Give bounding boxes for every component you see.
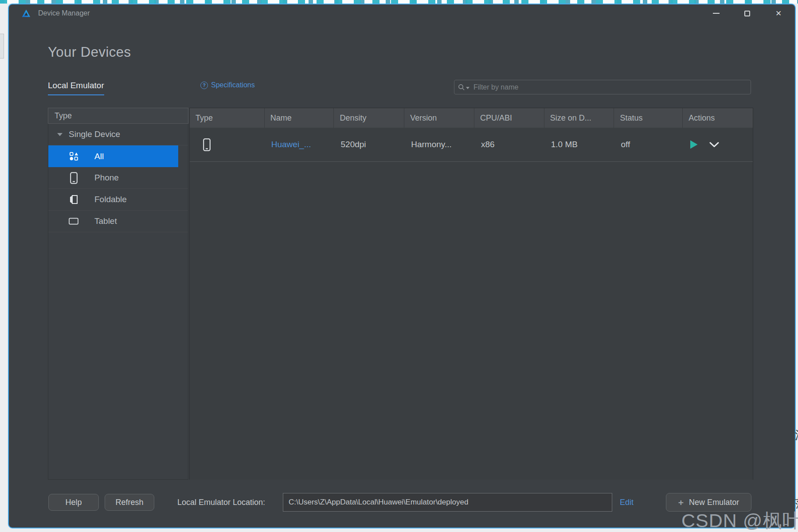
close-button[interactable]: ✕ (771, 7, 786, 20)
column-header-type[interactable]: Type (190, 108, 264, 128)
device-cpu-cell: x86 (474, 128, 544, 161)
sidebar-group-label: Single Device (69, 129, 120, 139)
device-table: Type Name Density Version CPU/ABI Size o… (189, 108, 753, 480)
sidebar-item-label: Tablet (94, 216, 117, 226)
device-type-cell (190, 128, 264, 161)
phone-icon (69, 173, 78, 183)
device-status-cell: off (614, 128, 683, 161)
new-emulator-label: New Emulator (689, 498, 739, 507)
location-input[interactable] (283, 493, 612, 512)
tab-local-emulator[interactable]: Local Emulator (48, 81, 104, 95)
phone-icon (203, 138, 211, 151)
play-icon (689, 140, 698, 149)
window-title: Device Manager (38, 9, 90, 17)
device-actions-cell (682, 128, 753, 161)
minimize-icon (713, 13, 720, 14)
background-top-strip (0, 0, 798, 4)
device-type-panel: Type Single Device All Phone (48, 108, 188, 480)
close-icon: ✕ (775, 10, 782, 17)
device-size-cell: 1.0 MB (544, 128, 614, 161)
search-options-caret-icon (466, 87, 469, 89)
specifications-label: Specifications (211, 81, 255, 89)
sidebar-item-label: All (94, 152, 104, 161)
edit-link[interactable]: Edit (620, 494, 634, 511)
device-version-cell: Harmony... (404, 128, 474, 161)
page-title: Your Devices (48, 44, 131, 60)
column-header-name[interactable]: Name (264, 108, 334, 128)
column-header-size-on-disk[interactable]: Size on D... (544, 108, 614, 128)
sidebar-item-phone[interactable]: Phone (48, 167, 188, 189)
search-icon (458, 84, 469, 91)
chevron-down-icon (709, 142, 719, 148)
title-bar: Device Manager ✕ (9, 4, 795, 23)
actions-dropdown-button[interactable] (709, 139, 720, 150)
column-header-density[interactable]: Density (333, 108, 404, 128)
tablet-icon (69, 216, 78, 226)
sidebar-item-label: Foldable (94, 195, 127, 204)
column-header-status[interactable]: Status (614, 108, 682, 128)
background-artifact (0, 34, 4, 59)
table-header-row: Type Name Density Version CPU/ABI Size o… (190, 108, 753, 128)
device-manager-window: Device Manager ✕ Your Devices Local Emul… (8, 4, 796, 528)
specifications-link[interactable]: ? Specifications (200, 81, 255, 89)
run-device-button[interactable] (688, 139, 699, 150)
device-name-link[interactable]: Huawei_... (271, 140, 311, 149)
column-header-cpu-abi[interactable]: CPU/ABI (474, 108, 544, 128)
help-circle-icon: ? (200, 82, 208, 89)
device-filter-input[interactable] (473, 83, 747, 91)
device-row[interactable]: Huawei_... 520dpi Harmony... x86 1.0 MB … (190, 128, 753, 162)
column-header-version[interactable]: Version (404, 108, 474, 128)
help-button[interactable]: Help (48, 494, 99, 511)
plus-icon: + (678, 498, 684, 507)
device-name-cell[interactable]: Huawei_... (264, 128, 334, 161)
maximize-icon (744, 11, 750, 16)
background-artifact: 池 (795, 428, 798, 442)
watermark: CSDN @枫叶丹4 (681, 508, 798, 532)
sidebar-item-foldable[interactable]: Foldable (48, 189, 188, 211)
sidebar-item-label: Phone (94, 173, 119, 183)
sidebar-group-single-device[interactable]: Single Device (48, 124, 188, 145)
foldable-icon (69, 195, 78, 204)
refresh-button[interactable]: Refresh (105, 494, 154, 511)
location-label: Local Emulator Location: (177, 494, 265, 511)
filter-box[interactable] (454, 80, 751, 94)
type-panel-header: Type (48, 108, 188, 124)
all-devices-grid-icon (69, 152, 78, 161)
collapse-arrow-icon (57, 133, 63, 136)
sidebar-item-tablet[interactable]: Tablet (48, 211, 188, 232)
deveco-logo-icon (21, 9, 31, 19)
sidebar-item-all[interactable]: All (48, 145, 178, 167)
minimize-button[interactable] (708, 7, 724, 20)
column-header-actions[interactable]: Actions (682, 108, 753, 128)
device-density-cell: 520dpi (334, 128, 404, 161)
maximize-button[interactable] (739, 7, 755, 20)
